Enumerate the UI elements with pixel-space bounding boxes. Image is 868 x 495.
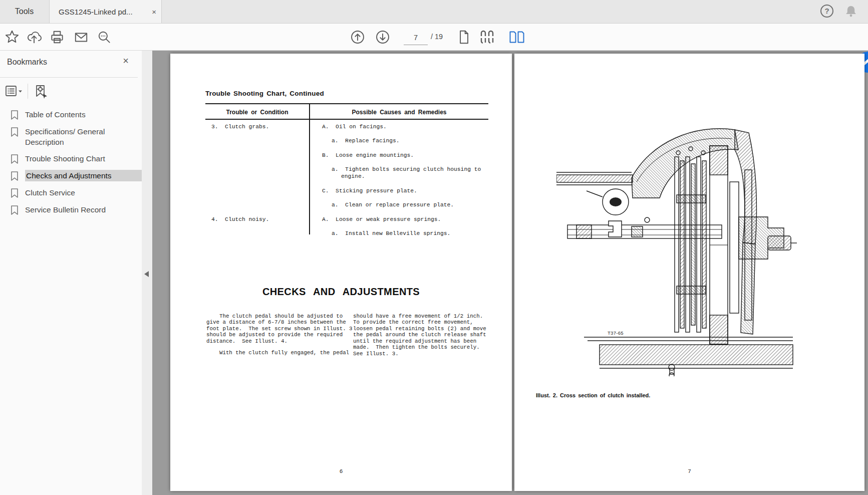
page-thumbnail-icon[interactable]: [456, 29, 472, 45]
pdf-page-6: Trouble Shooting Chart, Continued Troubl…: [170, 54, 512, 491]
cause-line: a. Replace facings.: [322, 138, 400, 144]
cause-line: A. Oil on facings.: [322, 124, 387, 130]
divider: [28, 84, 28, 99]
body-paragraph: should have a free movement of 1/2 inch.…: [353, 313, 499, 357]
body-line: See Illust. 3.: [353, 351, 499, 357]
body-line: until the required adjustment has been: [353, 338, 499, 344]
body-line: distance. See Illust. 4.: [206, 338, 344, 344]
body-column-left: The clutch pedal should be adjusted togi…: [206, 313, 344, 362]
bookmark-item[interactable]: Table of Contents: [0, 107, 142, 123]
bookmark-ribbon-icon: [10, 110, 19, 120]
body-line: give a distance of 6-7/8 inches between …: [206, 319, 344, 325]
body-paragraph: With the clutch fully engaged, the pedal: [206, 350, 344, 356]
two-page-view-icon[interactable]: [508, 29, 526, 45]
bookmark-label: Trouble Shooting Chart: [25, 153, 105, 164]
cause-line: engine.: [322, 173, 365, 179]
bookmark-ribbon-icon: [10, 205, 19, 215]
body-line: foot plate. The set screw shown in Illus…: [206, 326, 344, 332]
help-icon[interactable]: ?: [820, 5, 833, 18]
collapse-panel-arrow-icon[interactable]: [144, 271, 149, 277]
causes-column: A. Oil on facings.a. Replace facings.B. …: [322, 124, 488, 239]
bookmark-item[interactable]: Trouble Shooting Chart: [0, 151, 142, 167]
table-col1-header: Trouble or Condition: [205, 109, 309, 116]
checks-adjustments-heading: CHECKS AND ADJUSTMENTS: [241, 286, 441, 298]
bookmarks-list: Table of ContentsSpecifications/ General…: [0, 107, 142, 219]
figure-caption: Illust. 2. Cross section of clutch insta…: [536, 392, 650, 398]
body-line: should have a free movement of 1/2 inch.: [353, 313, 499, 319]
cause-line: a. Clean or replace pressure plate.: [322, 202, 454, 208]
bookmark-label: Table of Contents: [25, 109, 86, 120]
bookmark-item[interactable]: Service Bulletin Record: [0, 202, 142, 218]
share-upload-cloud-icon[interactable]: [26, 29, 42, 45]
trouble-column: 3. Clutch grabs.4. Clutch noisy.: [211, 124, 307, 239]
tab-document[interactable]: GSS1245-Linked pd... ×: [49, 0, 162, 23]
trouble-cell: 3. Clutch grabs.: [211, 124, 269, 130]
body-line: should be adjusted to provide the requir…: [206, 332, 344, 338]
trouble-cell: 4. Clutch noisy.: [211, 216, 269, 222]
divider: [0, 77, 138, 78]
cause-line: a. Tighten bolts securing clutch housing…: [322, 166, 481, 172]
page-count-label: / 19: [431, 33, 443, 41]
bookmarks-close-icon[interactable]: ×: [123, 56, 129, 66]
figure-code-label: T37-65: [608, 330, 624, 336]
table-column-divider: [309, 103, 310, 234]
tab-document-label: GSS1245-Linked pd...: [59, 8, 148, 16]
table-col2-header: Possible Causes and Remedies: [310, 109, 488, 116]
clutch-cross-section-illustration: [556, 122, 797, 376]
notifications-bell-icon[interactable]: [843, 4, 858, 19]
previous-page-icon[interactable]: [350, 29, 366, 45]
bookmark-label: Clutch Service: [25, 187, 75, 198]
locate-current-bookmark-icon[interactable]: [33, 84, 50, 100]
bookmark-ribbon-icon: [10, 171, 19, 181]
body-line: With the clutch fully engaged, the pedal: [206, 350, 344, 356]
print-icon[interactable]: [49, 29, 65, 45]
body-line: The clutch pedal should be adjusted to: [206, 313, 344, 319]
table-rule: [205, 119, 488, 120]
bookmarks-panel: Bookmarks × Table of ContentsSpecificati…: [0, 51, 142, 495]
bookmark-ribbon-icon: [10, 127, 19, 137]
tab-close-icon[interactable]: ×: [152, 8, 156, 16]
body-paragraph: The clutch pedal should be adjusted togi…: [206, 313, 344, 344]
bookmark-item[interactable]: Specifications/ General Description: [0, 124, 142, 150]
body-line: made. Then tighten the bolts securely.: [353, 344, 499, 350]
bookmark-ribbon-icon: [10, 154, 19, 164]
cause-line: B. Loose engine mountings.: [322, 152, 414, 158]
search-zoom-icon[interactable]: [96, 29, 112, 45]
body-line: loosen pedal retaining bolts (2) and mov…: [353, 326, 499, 332]
bookmark-label: Checks and Adjustments: [25, 170, 142, 181]
cause-line: a. Install new Belleville springs.: [322, 230, 450, 236]
bookmarks-options-icon[interactable]: [4, 84, 24, 100]
page-number-right: 7: [514, 468, 864, 474]
bookmarks-toolbar: [0, 81, 142, 103]
cause-line: A. Loose or weak pressure springs.: [322, 216, 441, 222]
trouble-chart-heading: Trouble Shooting Chart, Continued: [205, 90, 324, 97]
bookmarks-panel-title: Bookmarks: [7, 58, 47, 67]
bookmark-label: Specifications/ General Description: [25, 126, 125, 147]
pdf-page-7: T37-65 Illust. 2. Cross section of clutc…: [514, 54, 864, 491]
cause-line: C. Sticking pressure plate.: [322, 188, 417, 194]
bookmark-item[interactable]: Clutch Service: [0, 185, 142, 201]
body-line: the pedal around the clutch release shaf…: [353, 332, 499, 338]
scrolling-mode-icon[interactable]: [479, 29, 497, 45]
next-page-icon[interactable]: [375, 29, 391, 45]
body-column-right: should have a free movement of 1/2 inch.…: [353, 313, 499, 362]
tab-tools[interactable]: Tools: [0, 0, 49, 23]
page-number-left: 6: [170, 468, 512, 474]
favorite-star-icon[interactable]: [4, 29, 20, 45]
page-number-input[interactable]: [404, 31, 428, 45]
email-icon[interactable]: [73, 29, 89, 45]
tab-bar: Tools GSS1245-Linked pd... × ?: [0, 0, 868, 24]
panel-collapse-strip[interactable]: [142, 51, 152, 495]
toolbar: / 19: [0, 24, 868, 51]
bookmark-item[interactable]: Checks and Adjustments: [0, 168, 142, 184]
table-rule: [205, 103, 488, 104]
body-line: To provide the correct free movement,: [353, 319, 499, 325]
bookmark-ribbon-icon: [10, 188, 19, 198]
bookmark-label: Service Bulletin Record: [25, 204, 106, 215]
